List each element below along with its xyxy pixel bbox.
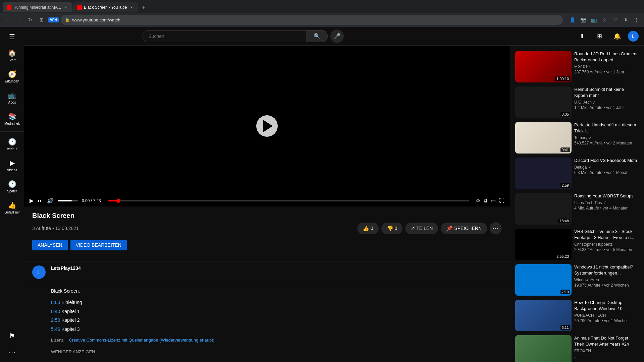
rec-title-6: Windows 11 nicht kompatibel? Systemanfor… (574, 264, 639, 276)
tab1-close[interactable]: ✕ (63, 5, 68, 10)
tab2-favicon (77, 5, 82, 10)
url-bar[interactable]: 🔒 www.youtube.com/watch (61, 15, 563, 25)
notifications-button[interactable]: 🔔 (610, 29, 624, 43)
browser-tab-2[interactable]: Black Screen - YouTube ✕ (73, 2, 138, 12)
sidebar-item-more[interactable]: ⋯ (1, 345, 23, 359)
show-less-button[interactable]: WENIGER ANZEIGEN (24, 349, 510, 360)
search-input[interactable] (143, 30, 306, 42)
tab2-close[interactable]: ✕ (129, 5, 134, 10)
url-text: www.youtube.com/watch (72, 17, 559, 22)
fullscreen-button[interactable]: ⛶ (499, 198, 504, 204)
apps-button[interactable]: ⊞ (593, 29, 606, 43)
sidebar-item-subs[interactable]: 📺 Abos (1, 88, 23, 108)
rec-thumb-7: 6:11 (515, 300, 572, 331)
screenshot-btn[interactable]: 📷 (578, 15, 588, 24)
chapter-0-time[interactable]: 0:00 (51, 300, 60, 305)
rec-duration-2: 9:41 (560, 147, 570, 152)
yt-left-sidebar: ☰ 🏠 Start 🧭 Erkunden 📺 Abos 📚 Mediathek … (0, 27, 24, 362)
rec-title-3: Discord Mod VS Facebook Mom (574, 158, 639, 164)
play-button-overlay[interactable] (256, 115, 278, 137)
chapter-3-time[interactable]: 5:46 (51, 326, 60, 332)
hamburger-icon: ☰ (9, 33, 15, 41)
dislike-button[interactable]: 👎 0 (381, 223, 403, 234)
bookmark-btn[interactable]: ☆ (600, 15, 609, 24)
bell-icon: 🔔 (613, 33, 621, 40)
rec-item-4[interactable]: 18:48 Roasting Your WORST Setups Linus T… (515, 193, 639, 225)
rec-info-1: Helmut Schmidt hat keine Kippen mehr U.G… (574, 86, 639, 118)
rec-item-2[interactable]: 9:41 Perfekte Handschrift mit diesem Tri… (515, 122, 639, 154)
back-button[interactable]: ← (3, 15, 12, 24)
video-controls: ▶ ⏭ 🔊 0:00 / 7:23 (24, 195, 510, 206)
menu-btn[interactable]: ⋮ (632, 15, 641, 24)
search-button[interactable]: 🔍 (306, 30, 328, 42)
chapter-2-time[interactable]: 2:50 (51, 317, 60, 323)
sidebar-item-history[interactable]: 🕐 Verlauf (1, 134, 23, 154)
dislike-icon: 👎 (387, 225, 393, 232)
tab2-label: Black Screen - YouTube (84, 5, 127, 10)
edit-video-button[interactable]: VIDEO BEARBEITEN (70, 240, 127, 250)
channel-name[interactable]: LetsPlay1234 (51, 265, 81, 271)
save-button[interactable]: 📌 SPEICHERN (441, 223, 487, 234)
progress-bar[interactable] (108, 200, 469, 201)
rec-stats-6: 19.975 Aufrufe • vor 2 Wochen (574, 283, 639, 288)
rec-item-6[interactable]: 7:10 Windows 11 nicht kompatibel? System… (515, 264, 639, 296)
analysen-button[interactable]: ANALYSEN (32, 240, 68, 250)
rec-thumb-1: 3:35 (515, 86, 572, 118)
chapter-1-time[interactable]: 0:40 (51, 309, 60, 314)
rec-item-8[interactable]: Animals That Do Not Forget Their Owner A… (515, 335, 639, 362)
upload-button[interactable]: ⬆ (576, 29, 589, 43)
home-icon: 🏠 (8, 49, 16, 57)
cast-btn[interactable]: 📺 (589, 15, 598, 24)
new-tab-button[interactable]: + (139, 3, 148, 12)
forward-button[interactable]: → (14, 15, 23, 24)
settings-button[interactable]: ⚙ (476, 197, 480, 204)
profile-btn[interactable]: 👤 (568, 15, 577, 24)
theater-button[interactable]: ▭ (491, 197, 496, 204)
mic-button[interactable]: 🎤 (330, 29, 344, 43)
refresh-button[interactable]: ↻ (25, 15, 35, 24)
control-right: ⚙ ⧉ ▭ ⛶ (476, 197, 504, 204)
desc-license: Lizenz Creative Commons-Lizenz mit Quell… (51, 337, 502, 344)
sidebar-item-explore[interactable]: 🧭 Erkunden (1, 67, 23, 86)
time-display: 0:00 / 7:23 (82, 198, 101, 203)
volume-fill (58, 200, 72, 201)
extensions-button[interactable]: ⊞ (37, 15, 46, 24)
heart-btn[interactable]: ♡ (610, 15, 620, 24)
sidebar-item-library[interactable]: 📚 Mediathek (1, 109, 23, 129)
rec-item-1[interactable]: 3:35 Helmut Schmidt hat keine Kippen meh… (515, 86, 639, 118)
sidebar-item-feedback[interactable]: ⚑ (1, 328, 23, 343)
desc-text: Black Screen. (51, 287, 502, 295)
rec-duration-0: 1:00:10 (555, 76, 570, 81)
comments-section: 0 Kommentare ≡ SORTIEREN NACH (24, 360, 510, 362)
volume-control-btn[interactable]: 🔊 (47, 197, 54, 204)
rec-item-5[interactable]: 2:55:23 VHS Glitch - Volume 3 - Stock Fo… (515, 229, 639, 260)
sidebar-item-liked[interactable]: 👍 Gefällt mir (1, 198, 23, 218)
volume-slider[interactable] (58, 200, 78, 201)
rec-thumb-4: 18:48 (515, 193, 572, 225)
browser-tab-1[interactable]: Running Minecraft at MA... ✕ (3, 2, 72, 12)
rec-item-0[interactable]: 1:00:10 Rounded 3D Red Lines Gradient Ba… (515, 51, 639, 82)
download-btn[interactable]: ⬇ (621, 15, 631, 24)
play-control-btn[interactable]: ▶ (30, 197, 34, 204)
sidebar-item-hamburger[interactable]: ☰ (1, 29, 23, 44)
sidebar-item-myvideos[interactable]: ▶ Videos (1, 156, 23, 175)
sidebar-watchlater-label: Später (7, 189, 17, 193)
sidebar-item-watchlater[interactable]: 🕐 Später (1, 177, 23, 196)
rec-info-8: Animals That Do Not Forget Their Owner A… (574, 335, 639, 362)
share-button[interactable]: ↗ TEILEN (405, 223, 438, 234)
chapter-3: 5:46 Kapitel 3 (51, 325, 502, 333)
mini-player-button[interactable]: ⧉ (484, 198, 487, 204)
user-avatar[interactable]: L (628, 31, 639, 42)
rec-duration-6: 7:10 (560, 290, 570, 294)
rec-item-7[interactable]: 6:11 How To Change Desktop Background Wi… (515, 300, 639, 331)
address-bar: ← → ↻ ⊞ VPN 🔒 www.youtube.com/watch 👤 📷 … (0, 13, 644, 27)
rec-item-3[interactable]: 2:59 Discord Mod VS Facebook Mom Beluga … (515, 158, 639, 189)
license-link[interactable]: Creative Commons-Lizenz mit Quellenangab… (69, 337, 215, 344)
rec-stats-3: 6,3 Mio. Aufrufe • vor 1 Monat (574, 170, 639, 175)
rec-title-0: Rounded 3D Red Lines Gradient Background… (574, 51, 639, 63)
sidebar-item-home[interactable]: 🏠 Start (1, 46, 23, 65)
video-player[interactable]: ▶ ⏭ 🔊 0:00 / 7:23 (24, 46, 510, 206)
more-button[interactable]: ⋯ (490, 222, 502, 234)
like-button[interactable]: 👍 0 (357, 223, 379, 234)
next-control-btn[interactable]: ⏭ (38, 198, 43, 204)
